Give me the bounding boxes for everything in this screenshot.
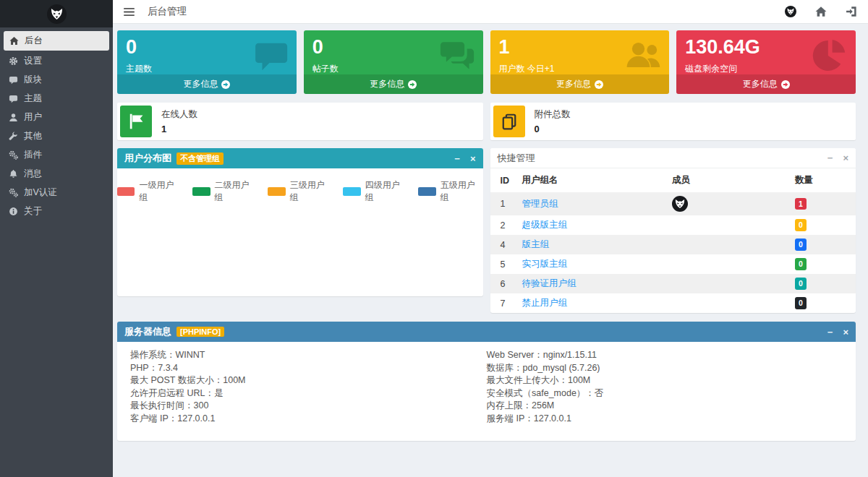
server-info-line: 数据库：pdo_mysql (5.7.26) bbox=[487, 362, 843, 375]
count-badge: 0 bbox=[795, 278, 807, 290]
sidebar-item-users[interactable]: 用户 bbox=[0, 108, 113, 126]
close-icon[interactable]: × bbox=[843, 327, 848, 337]
minimize-icon[interactable]: − bbox=[827, 327, 833, 337]
panel-header: 用户分布图 不含管理组 − × bbox=[117, 148, 483, 168]
content: 0 主题数 更多信息 0 帖子数 更多信息 bbox=[113, 24, 868, 441]
sidebar-item-label: 后台 bbox=[25, 35, 43, 47]
sidebar-item-topics[interactable]: 主题 bbox=[0, 89, 113, 108]
more-info-link[interactable]: 更多信息 bbox=[117, 74, 297, 94]
member-avatar[interactable] bbox=[672, 196, 688, 212]
cat-logo-icon bbox=[47, 4, 67, 24]
panel-badge: 不含管理组 bbox=[176, 152, 224, 165]
sidebar-item-label: 版块 bbox=[24, 74, 42, 86]
table-row: 2 超级版主组 0 bbox=[490, 215, 856, 235]
legend-item[interactable]: 四级用户组 bbox=[343, 179, 407, 204]
server-info-line: PHP：7.3.4 bbox=[130, 362, 487, 375]
more-info-link[interactable]: 更多信息 bbox=[304, 74, 483, 94]
legend-swatch bbox=[418, 187, 435, 196]
legend-item[interactable]: 三级用户组 bbox=[268, 179, 332, 204]
info-label: 附件总数 bbox=[535, 108, 571, 121]
server-info-body: 操作系统：WINNT PHP：7.3.4 最大 POST 数据大小：100M 允… bbox=[117, 342, 856, 441]
legend-item[interactable]: 二级用户组 bbox=[192, 179, 257, 204]
navbar-right-icons bbox=[785, 6, 857, 17]
panel-header: 快捷管理 − × bbox=[490, 148, 856, 168]
sidebar-item-settings[interactable]: 设置 bbox=[0, 51, 113, 70]
server-info-line: 安全模式（safe_mode）：否 bbox=[487, 387, 843, 400]
sidebar-item-other[interactable]: 其他 bbox=[0, 126, 113, 145]
sidebar-item-label: 消息 bbox=[24, 168, 42, 180]
arrow-right-icon bbox=[781, 80, 790, 89]
cat-logo-icon[interactable] bbox=[785, 6, 796, 17]
group-link[interactable]: 禁止用户组 bbox=[522, 298, 568, 308]
server-info-line: 最大 POST 数据大小：100M bbox=[130, 374, 487, 387]
users-icon bbox=[624, 37, 662, 74]
server-info-line: 客户端 IP：127.0.0.1 bbox=[130, 413, 487, 426]
count-badge: 0 bbox=[795, 297, 807, 309]
sidebar-item-about[interactable]: 关于 bbox=[0, 202, 113, 220]
group-link[interactable]: 实习版主组 bbox=[522, 259, 568, 269]
sidebar-item-forums[interactable]: 版块 bbox=[0, 70, 113, 89]
minimize-icon[interactable]: − bbox=[454, 154, 460, 163]
arrow-right-icon bbox=[408, 80, 417, 89]
group-link[interactable]: 管理员组 bbox=[522, 199, 558, 209]
legend-swatch bbox=[343, 187, 360, 196]
arrow-right-icon bbox=[221, 80, 230, 89]
stat-cards-row: 0 主题数 更多信息 0 帖子数 更多信息 bbox=[117, 30, 856, 94]
sidebar-item-dashboard[interactable]: 后台 bbox=[4, 31, 109, 51]
server-info-left-column: 操作系统：WINNT PHP：7.3.4 最大 POST 数据大小：100M 允… bbox=[130, 349, 487, 425]
sidebar-item-label: 关于 bbox=[24, 205, 42, 218]
panel-title: 用户分布图 bbox=[124, 152, 171, 165]
group-link[interactable]: 待验证用户组 bbox=[522, 278, 576, 288]
legend-swatch bbox=[192, 187, 210, 196]
server-info-line: 允许开启远程 URL：是 bbox=[130, 387, 487, 400]
panel-title: 快捷管理 bbox=[498, 152, 535, 165]
cogs-icon bbox=[9, 188, 18, 197]
legend-item[interactable]: 一级用户组 bbox=[117, 179, 182, 204]
user-icon bbox=[9, 113, 18, 122]
more-info-link[interactable]: 更多信息 bbox=[490, 74, 670, 94]
user-distribution-chart: 一级用户组 二级用户组 三级用户组 四级用户组 bbox=[117, 168, 483, 296]
table-row: 4 版主组 0 bbox=[490, 235, 856, 254]
comment-icon bbox=[252, 37, 289, 74]
sidebar-item-label: 其他 bbox=[24, 130, 42, 142]
sidebar: 后台 设置 版块 主题 用户 其他 插件 消息 bbox=[0, 0, 113, 477]
top-navbar: 后台管理 bbox=[113, 0, 868, 24]
sidebar-item-plugins[interactable]: 插件 bbox=[0, 145, 113, 164]
table-row: 6 待验证用户组 0 bbox=[490, 274, 856, 293]
comment-icon bbox=[9, 75, 18, 85]
quick-management-panel: 快捷管理 − × ID 用户组名 成员 数量 bbox=[490, 148, 856, 313]
sidebar-item-verification[interactable]: 加V认证 bbox=[0, 183, 113, 202]
hamburger-menu-icon[interactable] bbox=[124, 7, 135, 17]
minimize-icon[interactable]: − bbox=[827, 153, 833, 163]
sidebar-logo[interactable] bbox=[0, 0, 113, 27]
group-link[interactable]: 超级版主组 bbox=[522, 220, 568, 230]
info-box-online: 在线人数 1 bbox=[117, 103, 483, 140]
arrow-right-icon bbox=[595, 80, 603, 89]
group-link[interactable]: 版主组 bbox=[522, 239, 550, 249]
bell-icon bbox=[9, 169, 18, 179]
stat-card-disk: 130.64G 磁盘剩余空间 更多信息 bbox=[676, 30, 856, 94]
panel-title: 服务器信息 bbox=[124, 325, 171, 338]
more-info-link[interactable]: 更多信息 bbox=[676, 74, 856, 94]
legend-item[interactable]: 五级用户组 bbox=[418, 179, 482, 204]
close-icon[interactable]: × bbox=[843, 153, 848, 163]
sidebar-nav: 后台 设置 版块 主题 用户 其他 插件 消息 bbox=[0, 27, 113, 220]
stat-card-users: 1 用户数 今日+1 更多信息 bbox=[490, 30, 670, 94]
pie-chart-icon bbox=[811, 37, 848, 74]
legend-swatch bbox=[117, 187, 135, 196]
phpinfo-badge[interactable]: [PHPINFO] bbox=[176, 327, 224, 337]
panel-header: 服务器信息 [PHPINFO] − × bbox=[117, 322, 856, 342]
info-value: 1 bbox=[161, 124, 197, 134]
logout-icon[interactable] bbox=[846, 6, 857, 17]
sidebar-item-label: 主题 bbox=[24, 93, 42, 105]
col-count: 数量 bbox=[795, 168, 856, 192]
sidebar-item-messages[interactable]: 消息 bbox=[0, 164, 113, 183]
info-value: 0 bbox=[535, 124, 571, 134]
server-info-line: 操作系统：WINNT bbox=[130, 349, 487, 362]
home-icon[interactable] bbox=[815, 6, 827, 17]
flag-icon bbox=[120, 106, 152, 137]
count-badge: 0 bbox=[795, 219, 807, 231]
sidebar-item-label: 插件 bbox=[24, 149, 42, 161]
comment-icon bbox=[9, 94, 18, 103]
close-icon[interactable]: × bbox=[470, 154, 476, 163]
